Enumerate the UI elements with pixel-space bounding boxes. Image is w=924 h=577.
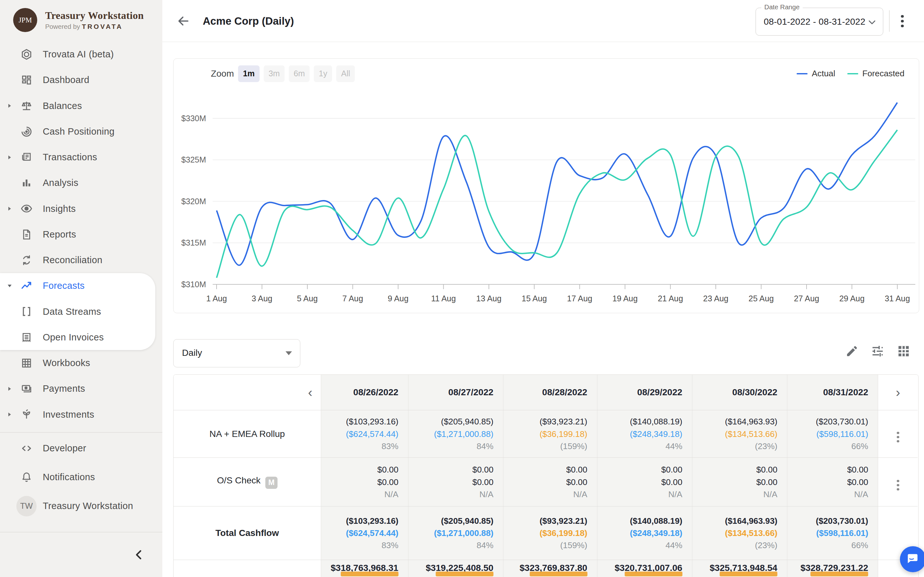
svg-text:5 Aug: 5 Aug	[297, 293, 318, 303]
value-cell: ($205,940.85)($1,271,000.88)84%	[408, 410, 503, 458]
sidebar-item-label: Developer	[43, 443, 86, 454]
sidebar-item-cash-positioning[interactable]: Cash Positioning	[0, 119, 162, 144]
sidebar-item-reconciliation[interactable]: Reconciliation	[0, 247, 162, 273]
zoom-1m-button[interactable]: 1m	[238, 65, 260, 82]
jpm-logo-text: JPM	[19, 16, 32, 24]
scroll-columns-left-button[interactable]: ‹	[308, 385, 312, 400]
sidebar-item-label: Open Invoices	[43, 332, 104, 343]
row-kebab-menu-button[interactable]	[897, 480, 899, 491]
manual-badge: M	[265, 477, 278, 489]
sidebar-item-data-streams[interactable]: Data Streams	[0, 299, 155, 324]
svg-text:15 Aug: 15 Aug	[522, 293, 547, 303]
footer-value-cell: $328,729,231.22	[787, 560, 878, 577]
sidebar-item-label: Cash Positioning	[43, 126, 115, 137]
clipped-row-text	[811, 572, 868, 576]
sidebar-collapse-button[interactable]	[132, 548, 147, 562]
chevron-right-icon[interactable]	[3, 207, 16, 211]
chevron-down-icon	[867, 17, 877, 27]
sidebar-item-analysis[interactable]: Analysis	[0, 170, 162, 196]
svg-text:11 Aug: 11 Aug	[431, 293, 456, 303]
cash-positioning-icon	[20, 125, 33, 138]
row-actions-cell	[878, 410, 918, 458]
zoom-3m-button[interactable]: 3m	[264, 65, 284, 82]
sidebar-item-forecasts[interactable]: Forecasts	[0, 273, 155, 299]
grid-view-button[interactable]	[897, 344, 911, 358]
value-cell: ($164,963.93)($134,513.66)(23%)	[692, 506, 787, 560]
data-streams-icon	[20, 305, 33, 318]
table-row-total-cashflow: Total Cashflow($103,293.16)($624,574.44)…	[174, 506, 918, 560]
sidebar-item-open-invoices[interactable]: Open Invoices	[0, 324, 155, 350]
legend-swatch	[796, 73, 808, 75]
sidebar-item-reports[interactable]: Reports	[0, 221, 162, 247]
svg-text:23 Aug: 23 Aug	[703, 293, 729, 303]
reconciliation-icon	[20, 253, 33, 267]
value-cell: $0.00$0.00N/A	[503, 458, 598, 506]
value-cell: ($93,923.21)($36,199.18)(159%)	[503, 410, 598, 458]
column-header-08-26-2022: 08/26/2022	[321, 375, 408, 410]
tune-filters-button[interactable]	[871, 344, 885, 358]
zoom-6m-button[interactable]: 6m	[289, 65, 310, 82]
legend-item-forecasted[interactable]: Forecasted	[847, 69, 905, 79]
sidebar-item-insights[interactable]: Insights	[0, 196, 162, 221]
row-kebab-menu-button[interactable]	[897, 432, 899, 443]
value-cell: ($140,088.19)($248,349.18)44%	[597, 506, 692, 560]
forecast-table: ‹08/26/202208/27/202208/28/202208/29/202…	[173, 374, 919, 577]
column-header-08-27-2022: 08/27/2022	[408, 375, 503, 410]
zoom-all-button[interactable]: All	[336, 65, 355, 82]
header-divider	[889, 10, 890, 32]
svg-text:19 Aug: 19 Aug	[612, 293, 638, 303]
period-select[interactable]: Daily	[173, 339, 300, 367]
sidebar-item-dashboard[interactable]: Dashboard	[0, 67, 162, 93]
value-cell: $0.00$0.00N/A	[408, 458, 503, 506]
chat-launcher-button[interactable]	[900, 546, 924, 572]
back-button[interactable]	[177, 15, 190, 27]
sidebar: JPM Treasury Workstation Powered by TROV…	[0, 0, 162, 577]
sidebar-item-investments[interactable]: Investments	[0, 402, 162, 427]
value-cell: ($203,730.01)($598,116.01)66%	[787, 506, 878, 560]
svg-text:27 Aug: 27 Aug	[794, 293, 819, 303]
sidebar-item-workbooks[interactable]: Workbooks	[0, 350, 162, 376]
chevron-right-icon[interactable]	[3, 413, 16, 416]
caret-down-icon	[286, 351, 292, 355]
sidebar-item-trovata-ai-beta[interactable]: Trovata AI (beta)	[0, 41, 162, 67]
svg-text:13 Aug: 13 Aug	[476, 293, 501, 303]
chevron-down-icon[interactable]	[3, 285, 16, 287]
period-select-value: Daily	[182, 348, 202, 358]
value-cell: ($93,923.21)($36,199.18)(159%)	[503, 506, 598, 560]
value-cell: ($164,963.93)($134,513.66)(23%)	[692, 410, 787, 458]
sidebar-item-treasury-workstation[interactable]: TWTreasury Workstation	[0, 492, 162, 521]
value-cell: $0.00$0.00N/A	[321, 458, 408, 506]
header-kebab-menu-button[interactable]	[897, 11, 908, 31]
forecasts-icon	[20, 279, 33, 292]
insights-icon	[20, 202, 33, 215]
legend-item-actual[interactable]: Actual	[796, 69, 835, 79]
sidebar-item-notifications[interactable]: Notifications	[0, 463, 162, 492]
date-range-select[interactable]: Date Range 08-01-2022 - 08-31-2022	[756, 8, 883, 35]
jpm-logo: JPM	[13, 8, 37, 32]
value-cell: $0.00$0.00N/A	[692, 458, 787, 506]
chevron-right-icon[interactable]	[3, 387, 16, 391]
sidebar-item-balances[interactable]: Balances	[0, 93, 162, 119]
table-footer-row: $318,763,968.31$319,225,408.50$323,769,8…	[174, 560, 918, 577]
table-actions	[845, 344, 911, 358]
page-header: Acme Corp (Daily) Date Range 08-01-2022 …	[162, 0, 924, 42]
scroll-columns-right-button[interactable]: ›	[896, 385, 900, 400]
sidebar-item-label: Balances	[43, 101, 82, 111]
edit-button[interactable]	[845, 344, 859, 358]
sidebar-item-label: Reconciliation	[43, 255, 102, 266]
legend-swatch	[847, 73, 858, 75]
content: $330M$325M$320M$315M$310M1 Aug3 Aug5 Aug…	[162, 42, 924, 577]
chevron-right-icon[interactable]	[3, 155, 16, 159]
sidebar-item-payments[interactable]: Payments	[0, 376, 162, 402]
sidebar-item-label: Treasury Workstation	[43, 501, 133, 511]
chevron-right-icon[interactable]	[3, 104, 16, 108]
sidebar-item-transactions[interactable]: Transactions	[0, 144, 162, 170]
row-label: Total Cashflow	[174, 506, 321, 560]
svg-text:31 Aug: 31 Aug	[885, 293, 910, 303]
sidebar-item-developer[interactable]: Developer	[0, 434, 162, 463]
column-header-08-31-2022: 08/31/2022	[787, 375, 878, 410]
svg-text:$325M: $325M	[181, 155, 206, 164]
chart-card: $330M$325M$320M$315M$310M1 Aug3 Aug5 Aug…	[173, 58, 919, 313]
value-cell: ($103,293.16)($624,574.44)83%	[321, 506, 408, 560]
zoom-1y-button[interactable]: 1y	[314, 65, 332, 82]
